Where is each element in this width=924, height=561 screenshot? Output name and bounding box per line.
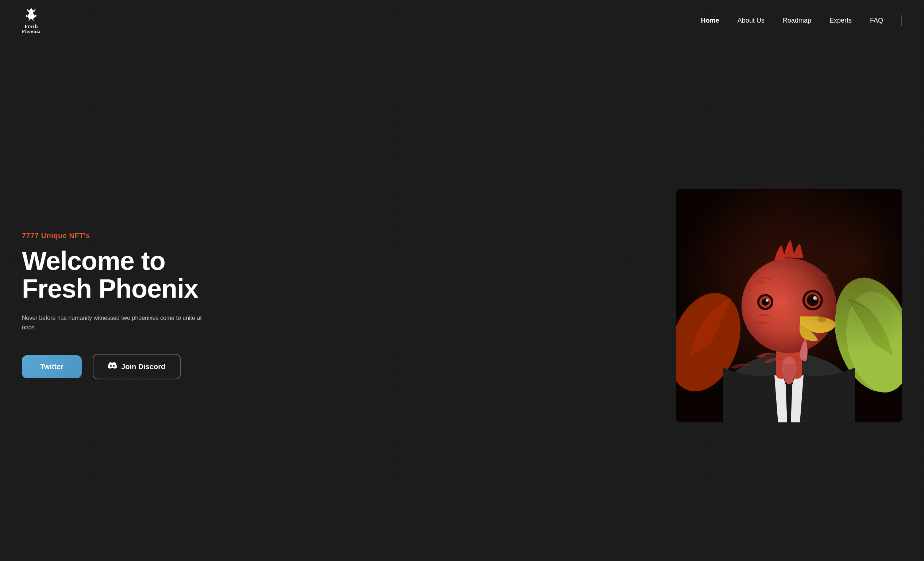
nav-divider — [902, 15, 902, 26]
nav-item-roadmap[interactable]: Roadmap — [783, 17, 811, 24]
nav-item-about[interactable]: About Us — [738, 17, 765, 24]
main-nav: Fresh Phoenix Home About Us Roadmap Expe… — [0, 0, 924, 42]
logo[interactable]: Fresh Phoenix — [22, 7, 41, 34]
hero-content: 7777 Unique NFT's Welcome to Fresh Phoen… — [22, 232, 234, 379]
hero-section: 7777 Unique NFT's Welcome to Fresh Phoen… — [0, 42, 924, 561]
svg-rect-23 — [676, 189, 902, 422]
nft-illustration — [676, 189, 902, 422]
hero-description: Never before has humanity witnessed two … — [22, 313, 204, 332]
nav-item-home[interactable]: Home — [701, 17, 719, 24]
logo-icon — [23, 7, 39, 24]
nav-item-experts[interactable]: Experts — [830, 17, 852, 24]
hero-title: Welcome to Fresh Phoenix — [22, 247, 219, 302]
discord-icon — [108, 361, 117, 372]
nav-links: Home About Us Roadmap Experts FAQ — [701, 15, 902, 26]
brand-name: Fresh Phoenix — [22, 24, 41, 34]
discord-button[interactable]: Join Discord — [93, 354, 181, 379]
hero-image — [676, 189, 902, 422]
hero-buttons: Twitter Join Discord — [22, 354, 219, 379]
nft-subtitle: 7777 Unique NFT's — [22, 232, 219, 240]
twitter-button[interactable]: Twitter — [22, 355, 82, 378]
nav-item-faq[interactable]: FAQ — [870, 17, 883, 24]
